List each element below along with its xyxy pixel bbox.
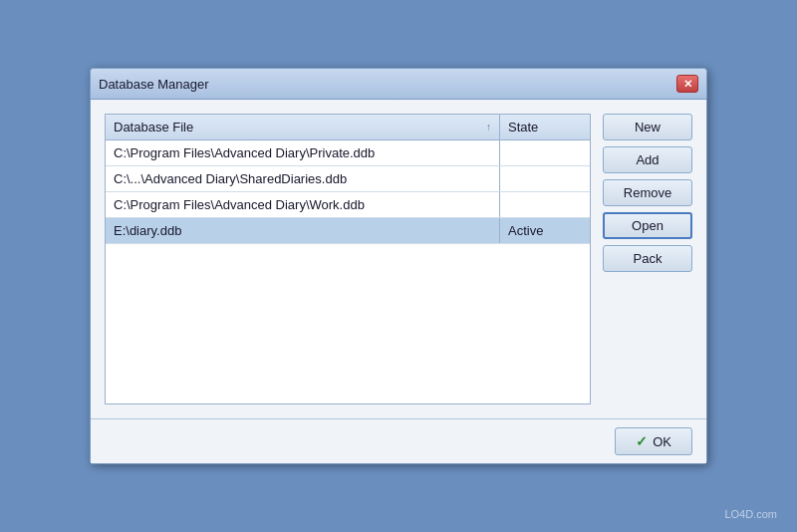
- action-buttons: New Add Remove Open Pack: [603, 114, 692, 404]
- table-cell-file: C:\...\Advanced Diary\SharedDiaries.ddb: [106, 166, 500, 191]
- window-footer: ✓ OK: [91, 418, 706, 463]
- table-cell-file: C:\Program Files\Advanced Diary\Private.…: [106, 140, 500, 165]
- table-header: Database File ↑ State: [106, 115, 590, 140]
- table-row-selected[interactable]: E:\diary.ddb Active: [106, 218, 590, 244]
- sort-icon: ↑: [486, 122, 491, 133]
- column-header-state: State: [500, 115, 590, 139]
- table-empty-area: [106, 244, 590, 403]
- table-cell-file: C:\Program Files\Advanced Diary\Work.ddb: [106, 192, 500, 217]
- watermark: LO4D.com: [724, 508, 777, 520]
- table-row[interactable]: C:\...\Advanced Diary\SharedDiaries.ddb: [106, 166, 590, 192]
- database-table: Database File ↑ State C:\Program Files\A…: [105, 114, 591, 404]
- new-button[interactable]: New: [603, 114, 692, 140]
- window-body: Database File ↑ State C:\Program Files\A…: [91, 100, 706, 418]
- database-manager-window: Database Manager ✕ Database File ↑ State…: [90, 68, 707, 464]
- column-header-file: Database File ↑: [106, 115, 500, 139]
- add-button[interactable]: Add: [603, 146, 692, 173]
- open-button[interactable]: Open: [603, 212, 692, 239]
- table-row[interactable]: C:\Program Files\Advanced Diary\Private.…: [106, 140, 590, 166]
- window-title: Database Manager: [99, 77, 209, 92]
- table-row[interactable]: C:\Program Files\Advanced Diary\Work.ddb: [106, 192, 590, 218]
- checkmark-icon: ✓: [636, 433, 648, 449]
- remove-button[interactable]: Remove: [603, 179, 692, 206]
- ok-button[interactable]: ✓ OK: [615, 427, 692, 455]
- table-cell-state: [500, 140, 590, 165]
- table-cell-state: [500, 166, 590, 191]
- close-button[interactable]: ✕: [676, 75, 698, 93]
- table-cell-file: E:\diary.ddb: [106, 218, 500, 243]
- title-bar: Database Manager ✕: [91, 69, 706, 100]
- table-cell-state: Active: [500, 218, 590, 243]
- table-cell-state: [500, 192, 590, 217]
- pack-button[interactable]: Pack: [603, 245, 692, 272]
